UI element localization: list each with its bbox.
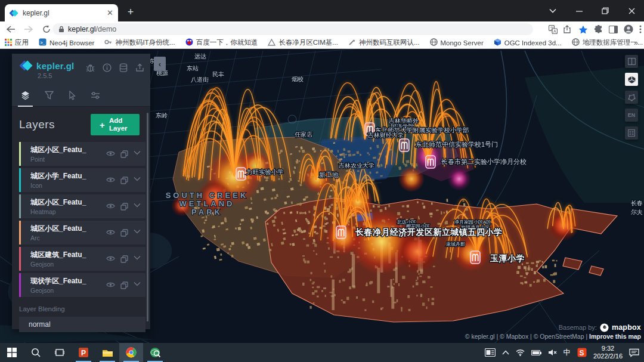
taskbar-powerpoint[interactable]: P (72, 343, 95, 362)
duplicate-layer-icon[interactable] (120, 229, 128, 237)
task-view-button[interactable] (48, 343, 72, 362)
visibility-eye-icon[interactable] (106, 150, 115, 157)
globe-icon (430, 38, 438, 47)
globe-icon (572, 38, 580, 47)
layer-color-bar (19, 142, 21, 166)
browser-toolbar: kepler.gl/demo 文A (0, 21, 644, 37)
map-control-split-map[interactable] (625, 55, 638, 68)
layer-expand-chevron-icon[interactable] (134, 255, 141, 260)
bookmarks-overflow-icon[interactable]: » (634, 38, 638, 47)
mapbox-logo-icon (600, 323, 609, 332)
visibility-eye-icon[interactable] (106, 229, 115, 236)
duplicate-layer-icon[interactable] (120, 281, 128, 289)
layer-item-2[interactable]: 城区小区_Featu_Heatmap (19, 194, 145, 218)
back-button[interactable] (4, 22, 18, 36)
translate-icon[interactable]: 文A (549, 25, 558, 34)
forward-button[interactable] (21, 22, 36, 36)
profile-avatar[interactable] (624, 24, 633, 34)
wifi-icon[interactable] (516, 349, 525, 356)
extensions-icon[interactable] (594, 25, 603, 34)
share-icon[interactable] (564, 25, 572, 33)
layer-blending-select[interactable]: normal (19, 317, 145, 332)
bookmark-item-3[interactable]: 百度一下，你就知道 (185, 38, 258, 47)
improve-map-link[interactable]: Improve this map (589, 333, 641, 340)
map-control-locale[interactable]: EN (625, 109, 638, 122)
battery-icon[interactable] (531, 349, 541, 356)
side-panel-icon[interactable] (609, 26, 618, 33)
taskbar-file-explorer[interactable] (95, 343, 119, 362)
window-close-button[interactable] (619, 0, 644, 21)
tray-expand-icon[interactable] (502, 350, 509, 355)
panel-tab-interactions[interactable] (68, 86, 76, 107)
svg-text:A: A (553, 29, 556, 33)
map-control-draw-polygon[interactable] (625, 91, 638, 104)
layer-expand-chevron-icon[interactable] (134, 281, 141, 286)
taskbar-chrome[interactable] (119, 343, 143, 362)
svg-text:烟校: 烟校 (292, 76, 304, 82)
duplicate-layer-icon[interactable] (120, 150, 128, 158)
layer-item-1[interactable]: 城区小学_Featu_Icon (19, 168, 145, 192)
bookmark-item-4[interactable]: 长春净月区CIM基... (268, 38, 338, 47)
map-control-legend[interactable] (625, 126, 638, 140)
layer-item-4[interactable]: 城区建筑_Featu_Geojson (19, 247, 145, 271)
info-icon[interactable] (103, 63, 112, 75)
export-icon[interactable] (135, 63, 144, 75)
panel-tab-filters[interactable] (45, 86, 54, 107)
tab-close-icon[interactable]: ✕ (107, 8, 113, 17)
bookmark-item-5[interactable]: 神州数码互联网认... (348, 38, 420, 47)
window-restore-button[interactable] (593, 0, 618, 21)
duplicate-layer-icon[interactable] (120, 255, 128, 263)
address-bar[interactable]: kepler.gl/demo (52, 23, 533, 35)
map-control-view-3d[interactable] (625, 73, 638, 86)
volume-muted-icon[interactable] (548, 349, 557, 356)
database-icon[interactable] (119, 63, 128, 75)
visibility-eye-icon[interactable] (106, 281, 115, 288)
layer-expand-chevron-icon[interactable] (134, 203, 141, 208)
duplicate-layer-icon[interactable] (120, 177, 128, 184)
ime-indicator[interactable]: 中 (564, 348, 571, 358)
layer-item-0[interactable]: 城区小区_Featu_Point (19, 142, 145, 166)
taskbar-arcgis[interactable] (143, 343, 167, 362)
basemap-by-label: Basemap by: (559, 324, 597, 332)
svg-text:民丰: 民丰 (212, 71, 224, 78)
layer-expand-chevron-icon[interactable] (134, 229, 141, 234)
taskbar-clock[interactable]: 9:322022/2/16 (593, 345, 623, 360)
bookmark-item-7[interactable]: OGC Indexed 3d... (494, 38, 562, 47)
panel-tab-basemap[interactable] (91, 86, 100, 107)
chrome-menu-icon[interactable] (639, 25, 642, 33)
sogou-icon[interactable]: S (577, 348, 587, 357)
duplicate-layer-icon[interactable] (120, 203, 128, 211)
map-canvas[interactable]: 远达东站民丰八道街烟校东桃源东岭任家店吉林华桥外国语学院东北师范大学附属实验学校… (0, 49, 644, 343)
bug-icon[interactable] (86, 63, 95, 75)
panel-scrollbar[interactable] (147, 113, 148, 321)
window-minimize-button[interactable] (566, 0, 592, 21)
layer-expand-chevron-icon[interactable] (134, 177, 141, 181)
bookmark-star-icon[interactable] (578, 25, 588, 34)
new-tab-button[interactable]: + (123, 5, 138, 20)
visibility-eye-icon[interactable] (106, 255, 115, 262)
action-center-icon[interactable] (629, 348, 639, 357)
panel-collapse-button[interactable]: ‹ (154, 57, 166, 71)
layer-item-3[interactable]: 城区小区_Featu_Arc (19, 221, 145, 245)
start-button[interactable] (0, 343, 24, 362)
visibility-eye-icon[interactable] (106, 177, 115, 183)
tab-title: kepler.gl (23, 9, 107, 17)
add-layer-button[interactable]: + Add Layer (91, 114, 140, 135)
bookmark-item-0[interactable]: 应用 (5, 38, 29, 47)
layer-expand-chevron-icon[interactable] (134, 150, 141, 155)
visibility-eye-icon[interactable] (106, 203, 115, 209)
svg-text:>_: >_ (41, 41, 45, 45)
browser-tab[interactable]: kepler.gl ✕ (5, 4, 118, 21)
search-button[interactable] (24, 343, 48, 362)
news-widget-icon[interactable] (485, 348, 496, 357)
layer-item-5[interactable]: 现状学区_Featu_Geojson (19, 273, 145, 297)
bookmark-item-1[interactable]: >_Neo4j Browser (39, 38, 94, 47)
reload-button[interactable] (39, 22, 54, 36)
svg-text:康城丹郡: 康城丹郡 (446, 242, 465, 247)
bookmark-item-2[interactable]: 神州数码IT身份统... (104, 38, 175, 47)
panel-tab-layers[interactable] (20, 86, 30, 107)
bookmark-item-8[interactable]: 地理数据库管理一... (572, 38, 643, 47)
filters-tab-icon (45, 91, 54, 102)
tab-search-icon[interactable] (540, 0, 565, 21)
bookmark-item-6[interactable]: Mongo Server (430, 38, 484, 47)
